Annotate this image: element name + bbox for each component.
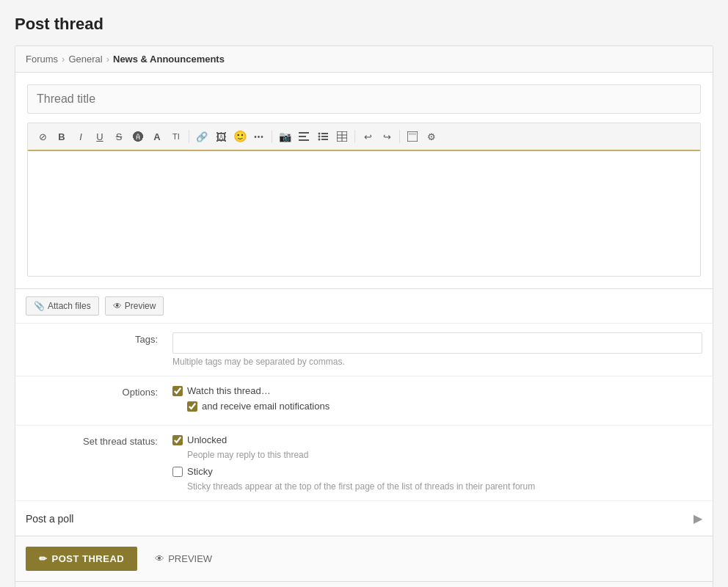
undo-button[interactable]: ↩ [359, 128, 376, 145]
svg-rect-8 [321, 139, 328, 140]
preview-action-button[interactable]: 👁 PREVIEW [145, 547, 222, 571]
options-label: Options: [26, 385, 172, 398]
page-title: Post thread [15, 15, 713, 34]
post-a-poll-row[interactable]: Post a poll ▶ [15, 501, 713, 536]
toolbar-sep-2 [272, 130, 272, 143]
svg-rect-6 [321, 136, 328, 137]
svg-point-7 [318, 139, 321, 141]
poll-label: Post a poll [26, 513, 73, 525]
preview-action-label: PREVIEW [168, 553, 212, 564]
pencil-icon: ✏ [39, 553, 48, 564]
italic-button[interactable]: I [72, 128, 90, 145]
breadcrumb-sep-2: › [106, 54, 109, 65]
editor-wrapper: ⊘ B I U S 🅐 A TI 🔗 🖼 🙂 ••• 📷 [27, 123, 701, 277]
watch-thread-row: Watch this thread… [172, 385, 702, 396]
eye-small-icon: 👁 [113, 301, 122, 311]
post-thread-button[interactable]: ✏ POST THREAD [26, 547, 137, 571]
redo-button[interactable]: ↪ [378, 128, 396, 145]
watch-thread-label[interactable]: Watch this thread… [187, 385, 271, 396]
unlocked-row: Unlocked [172, 434, 702, 445]
unlocked-desc: People may reply to this thread [187, 450, 702, 460]
toolbar-sep-1 [189, 130, 189, 143]
action-bar: ✏ POST THREAD 👁 PREVIEW [15, 536, 713, 582]
strikethrough-button[interactable]: S [110, 128, 128, 145]
watch-thread-checkbox[interactable] [172, 386, 183, 396]
text-style-button[interactable]: TI [167, 128, 185, 145]
list-button[interactable] [314, 128, 332, 145]
editor-section: ⊘ B I U S 🅐 A TI 🔗 🖼 🙂 ••• 📷 [15, 73, 713, 289]
preview-button-editor[interactable]: 👁 Preview [105, 296, 164, 316]
svg-point-5 [318, 136, 321, 138]
thread-title-input[interactable] [27, 84, 701, 114]
svg-rect-0 [299, 132, 309, 134]
tags-content: Multiple tags may be separated by commas… [172, 332, 702, 367]
svg-rect-1 [299, 136, 306, 137]
table-button[interactable] [333, 128, 351, 145]
more-button[interactable]: ••• [250, 128, 268, 145]
bottom-section: 📎 Attach files 👁 Preview Tags: Multiple … [15, 289, 713, 587]
font-color-button[interactable]: 🅐 [129, 128, 147, 145]
sticky-checkbox[interactable] [172, 467, 183, 477]
svg-point-3 [318, 133, 321, 135]
breadcrumb-forums[interactable]: Forums [26, 54, 58, 65]
tags-label: Tags: [26, 332, 172, 345]
sticky-row: Sticky [172, 466, 702, 477]
post-thread-label: POST THREAD [52, 553, 125, 564]
email-notification-row: and receive email notifications [187, 401, 702, 412]
template-button[interactable] [404, 128, 421, 145]
eye-icon: 👁 [155, 553, 164, 564]
email-notification-label[interactable]: and receive email notifications [202, 401, 330, 412]
thread-status-row: Set thread status: Unlocked People may r… [15, 426, 713, 501]
sticky-desc: Sticky threads appear at the top of the … [187, 481, 702, 492]
tags-input[interactable] [172, 332, 702, 354]
settings-toolbar-button[interactable]: ⚙ [423, 128, 440, 145]
toolbar-sep-4 [399, 130, 400, 143]
attach-files-button[interactable]: 📎 Attach files [26, 296, 99, 316]
svg-rect-2 [299, 139, 309, 141]
svg-rect-4 [321, 133, 328, 134]
font-size-button[interactable]: A [148, 128, 166, 145]
breadcrumb-bottom: Forums › General › News & Announcements [15, 582, 713, 587]
tags-hint: Multiple tags may be separated by commas… [172, 357, 702, 367]
bold-button[interactable]: B [53, 128, 70, 145]
thread-status-label: Set thread status: [26, 434, 172, 447]
link-button[interactable]: 🔗 [193, 128, 211, 145]
breadcrumb-sep-1: › [62, 54, 65, 65]
unlocked-label[interactable]: Unlocked [187, 434, 227, 445]
toolbar-sep-3 [354, 130, 355, 143]
preview-label: Preview [125, 301, 156, 311]
breadcrumb-current: News & Announcements [113, 54, 225, 65]
email-notification-checkbox[interactable] [187, 401, 197, 412]
editor-body[interactable] [28, 151, 700, 276]
emoji-button[interactable]: 🙂 [231, 128, 249, 145]
options-row: Options: Watch this thread… and receive … [15, 376, 713, 426]
attach-label: Attach files [48, 301, 91, 311]
chevron-right-icon: ▶ [694, 511, 702, 525]
attach-preview-bar: 📎 Attach files 👁 Preview [15, 289, 713, 324]
underline-button[interactable]: U [91, 128, 109, 145]
breadcrumb-general[interactable]: General [68, 54, 102, 65]
align-button[interactable] [295, 128, 313, 145]
editor-toolbar: ⊘ B I U S 🅐 A TI 🔗 🖼 🙂 ••• 📷 [28, 123, 700, 151]
breadcrumb-top: Forums › General › News & Announcements [15, 46, 713, 73]
media-button[interactable]: 📷 [276, 128, 294, 145]
options-content: Watch this thread… and receive email not… [172, 385, 702, 416]
thread-status-content: Unlocked People may reply to this thread… [172, 434, 702, 492]
svg-rect-14 [409, 133, 416, 135]
tags-row: Tags: Multiple tags may be separated by … [15, 324, 713, 376]
paperclip-icon: 📎 [34, 301, 45, 311]
image-button[interactable]: 🖼 [212, 128, 230, 145]
main-container: Forums › General › News & Announcements … [15, 45, 713, 587]
unlocked-checkbox[interactable] [172, 435, 183, 445]
clear-format-button[interactable]: ⊘ [34, 128, 51, 145]
sticky-label[interactable]: Sticky [187, 466, 213, 477]
